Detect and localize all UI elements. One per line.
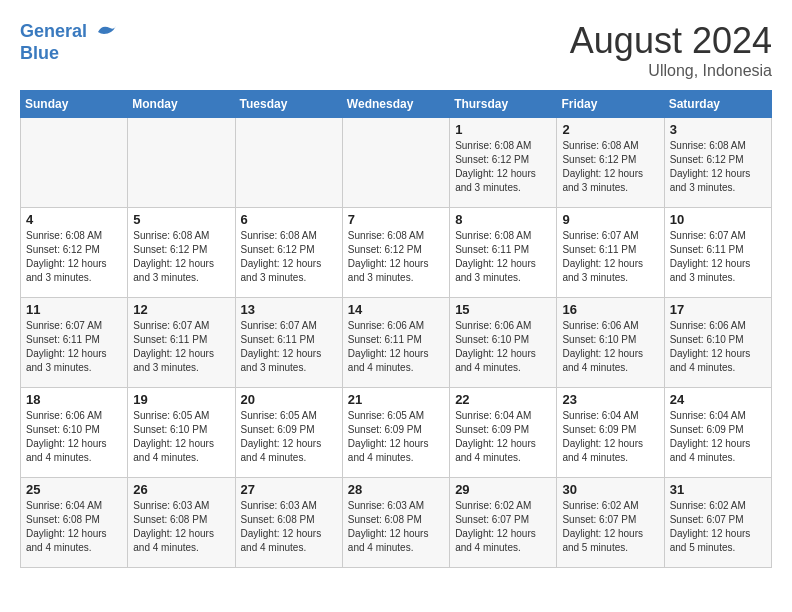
month-year-title: August 2024 <box>570 20 772 62</box>
calendar-cell: 22Sunrise: 6:04 AM Sunset: 6:09 PM Dayli… <box>450 388 557 478</box>
day-number: 14 <box>348 302 444 317</box>
calendar-cell <box>342 118 449 208</box>
calendar-cell: 28Sunrise: 6:03 AM Sunset: 6:08 PM Dayli… <box>342 478 449 568</box>
calendar-cell: 15Sunrise: 6:06 AM Sunset: 6:10 PM Dayli… <box>450 298 557 388</box>
calendar-cell: 5Sunrise: 6:08 AM Sunset: 6:12 PM Daylig… <box>128 208 235 298</box>
calendar-week-row: 18Sunrise: 6:06 AM Sunset: 6:10 PM Dayli… <box>21 388 772 478</box>
day-number: 27 <box>241 482 337 497</box>
logo-line2: Blue <box>20 43 59 63</box>
day-info: Sunrise: 6:06 AM Sunset: 6:10 PM Dayligh… <box>562 319 658 375</box>
day-number: 30 <box>562 482 658 497</box>
day-info: Sunrise: 6:08 AM Sunset: 6:12 PM Dayligh… <box>348 229 444 285</box>
day-number: 15 <box>455 302 551 317</box>
calendar-cell: 12Sunrise: 6:07 AM Sunset: 6:11 PM Dayli… <box>128 298 235 388</box>
day-number: 26 <box>133 482 229 497</box>
day-number: 28 <box>348 482 444 497</box>
day-number: 8 <box>455 212 551 227</box>
day-info: Sunrise: 6:05 AM Sunset: 6:09 PM Dayligh… <box>348 409 444 465</box>
title-block: August 2024 Ullong, Indonesia <box>570 20 772 80</box>
day-info: Sunrise: 6:07 AM Sunset: 6:11 PM Dayligh… <box>670 229 766 285</box>
calendar-week-row: 4Sunrise: 6:08 AM Sunset: 6:12 PM Daylig… <box>21 208 772 298</box>
calendar-cell: 4Sunrise: 6:08 AM Sunset: 6:12 PM Daylig… <box>21 208 128 298</box>
day-number: 10 <box>670 212 766 227</box>
calendar-body: 1Sunrise: 6:08 AM Sunset: 6:12 PM Daylig… <box>21 118 772 568</box>
logo-bird-icon <box>94 20 118 44</box>
day-info: Sunrise: 6:08 AM Sunset: 6:11 PM Dayligh… <box>455 229 551 285</box>
calendar-cell: 6Sunrise: 6:08 AM Sunset: 6:12 PM Daylig… <box>235 208 342 298</box>
day-number: 22 <box>455 392 551 407</box>
col-header-friday: Friday <box>557 91 664 118</box>
calendar-cell: 14Sunrise: 6:06 AM Sunset: 6:11 PM Dayli… <box>342 298 449 388</box>
day-number: 21 <box>348 392 444 407</box>
calendar-cell: 11Sunrise: 6:07 AM Sunset: 6:11 PM Dayli… <box>21 298 128 388</box>
calendar-cell: 31Sunrise: 6:02 AM Sunset: 6:07 PM Dayli… <box>664 478 771 568</box>
day-info: Sunrise: 6:08 AM Sunset: 6:12 PM Dayligh… <box>133 229 229 285</box>
calendar-cell: 3Sunrise: 6:08 AM Sunset: 6:12 PM Daylig… <box>664 118 771 208</box>
calendar-cell: 18Sunrise: 6:06 AM Sunset: 6:10 PM Dayli… <box>21 388 128 478</box>
day-number: 25 <box>26 482 122 497</box>
col-header-monday: Monday <box>128 91 235 118</box>
day-number: 7 <box>348 212 444 227</box>
day-number: 17 <box>670 302 766 317</box>
day-number: 5 <box>133 212 229 227</box>
day-number: 29 <box>455 482 551 497</box>
col-header-saturday: Saturday <box>664 91 771 118</box>
calendar-cell: 8Sunrise: 6:08 AM Sunset: 6:11 PM Daylig… <box>450 208 557 298</box>
calendar-cell: 10Sunrise: 6:07 AM Sunset: 6:11 PM Dayli… <box>664 208 771 298</box>
calendar-cell: 23Sunrise: 6:04 AM Sunset: 6:09 PM Dayli… <box>557 388 664 478</box>
calendar-cell: 21Sunrise: 6:05 AM Sunset: 6:09 PM Dayli… <box>342 388 449 478</box>
calendar-cell: 1Sunrise: 6:08 AM Sunset: 6:12 PM Daylig… <box>450 118 557 208</box>
day-number: 12 <box>133 302 229 317</box>
day-info: Sunrise: 6:06 AM Sunset: 6:10 PM Dayligh… <box>670 319 766 375</box>
day-number: 13 <box>241 302 337 317</box>
day-info: Sunrise: 6:07 AM Sunset: 6:11 PM Dayligh… <box>26 319 122 375</box>
page-header: General Blue August 2024 Ullong, Indones… <box>20 20 772 80</box>
location-subtitle: Ullong, Indonesia <box>570 62 772 80</box>
calendar-cell: 26Sunrise: 6:03 AM Sunset: 6:08 PM Dayli… <box>128 478 235 568</box>
day-number: 6 <box>241 212 337 227</box>
day-info: Sunrise: 6:06 AM Sunset: 6:11 PM Dayligh… <box>348 319 444 375</box>
calendar-cell: 30Sunrise: 6:02 AM Sunset: 6:07 PM Dayli… <box>557 478 664 568</box>
day-number: 18 <box>26 392 122 407</box>
day-number: 9 <box>562 212 658 227</box>
calendar-cell: 2Sunrise: 6:08 AM Sunset: 6:12 PM Daylig… <box>557 118 664 208</box>
day-info: Sunrise: 6:08 AM Sunset: 6:12 PM Dayligh… <box>26 229 122 285</box>
day-info: Sunrise: 6:02 AM Sunset: 6:07 PM Dayligh… <box>562 499 658 555</box>
day-number: 11 <box>26 302 122 317</box>
day-number: 20 <box>241 392 337 407</box>
col-header-wednesday: Wednesday <box>342 91 449 118</box>
calendar-cell: 17Sunrise: 6:06 AM Sunset: 6:10 PM Dayli… <box>664 298 771 388</box>
calendar-header-row: SundayMondayTuesdayWednesdayThursdayFrid… <box>21 91 772 118</box>
day-info: Sunrise: 6:04 AM Sunset: 6:09 PM Dayligh… <box>562 409 658 465</box>
calendar-cell: 19Sunrise: 6:05 AM Sunset: 6:10 PM Dayli… <box>128 388 235 478</box>
day-number: 3 <box>670 122 766 137</box>
day-info: Sunrise: 6:04 AM Sunset: 6:09 PM Dayligh… <box>670 409 766 465</box>
day-info: Sunrise: 6:02 AM Sunset: 6:07 PM Dayligh… <box>670 499 766 555</box>
day-number: 1 <box>455 122 551 137</box>
day-number: 19 <box>133 392 229 407</box>
day-info: Sunrise: 6:08 AM Sunset: 6:12 PM Dayligh… <box>241 229 337 285</box>
calendar-cell: 24Sunrise: 6:04 AM Sunset: 6:09 PM Dayli… <box>664 388 771 478</box>
logo-line1: General <box>20 21 87 41</box>
calendar-cell: 25Sunrise: 6:04 AM Sunset: 6:08 PM Dayli… <box>21 478 128 568</box>
calendar-week-row: 25Sunrise: 6:04 AM Sunset: 6:08 PM Dayli… <box>21 478 772 568</box>
day-number: 2 <box>562 122 658 137</box>
day-info: Sunrise: 6:05 AM Sunset: 6:10 PM Dayligh… <box>133 409 229 465</box>
day-info: Sunrise: 6:04 AM Sunset: 6:08 PM Dayligh… <box>26 499 122 555</box>
day-number: 4 <box>26 212 122 227</box>
col-header-tuesday: Tuesday <box>235 91 342 118</box>
day-info: Sunrise: 6:08 AM Sunset: 6:12 PM Dayligh… <box>670 139 766 195</box>
day-number: 23 <box>562 392 658 407</box>
day-info: Sunrise: 6:08 AM Sunset: 6:12 PM Dayligh… <box>455 139 551 195</box>
calendar-cell: 29Sunrise: 6:02 AM Sunset: 6:07 PM Dayli… <box>450 478 557 568</box>
day-number: 31 <box>670 482 766 497</box>
day-number: 24 <box>670 392 766 407</box>
day-info: Sunrise: 6:03 AM Sunset: 6:08 PM Dayligh… <box>348 499 444 555</box>
day-info: Sunrise: 6:06 AM Sunset: 6:10 PM Dayligh… <box>455 319 551 375</box>
calendar-cell: 9Sunrise: 6:07 AM Sunset: 6:11 PM Daylig… <box>557 208 664 298</box>
calendar-cell <box>128 118 235 208</box>
day-info: Sunrise: 6:07 AM Sunset: 6:11 PM Dayligh… <box>241 319 337 375</box>
calendar-week-row: 1Sunrise: 6:08 AM Sunset: 6:12 PM Daylig… <box>21 118 772 208</box>
calendar-table: SundayMondayTuesdayWednesdayThursdayFrid… <box>20 90 772 568</box>
calendar-cell: 27Sunrise: 6:03 AM Sunset: 6:08 PM Dayli… <box>235 478 342 568</box>
